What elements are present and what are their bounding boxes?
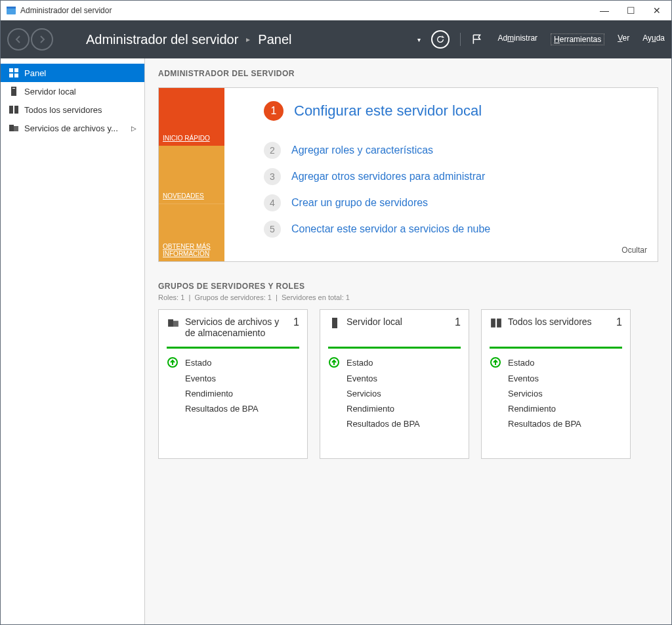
step-number: 1 [264,101,284,121]
menu-tools[interactable]: Herramientas [551,33,604,45]
menu-view[interactable]: Ver [618,33,629,45]
menu-help[interactable]: Ayuda [642,33,665,45]
welcome-heading: ADMINISTRADOR DEL SERVIDOR [158,69,658,78]
role-row-bpa[interactable]: Resultados de BPA [328,416,461,431]
groups-subheading: Roles: 1 | Grupos de servidores: 1 | Ser… [158,293,658,301]
svg-rect-7 [12,88,15,89]
role-row-status[interactable]: Estado [490,354,622,371]
svg-rect-12 [168,319,173,326]
step-add-roles[interactable]: 2 Agregar roles y características [264,142,638,159]
step-number: 4 [264,194,281,211]
server-multi-icon [490,316,503,330]
tile-learnmore[interactable]: OBTENER MÁS INFORMACIÓN [159,204,224,261]
svg-rect-15 [332,318,337,328]
tile-whatsnew[interactable]: NOVEDADES [159,146,224,204]
sidebar-item-file-services[interactable]: Servicios de archivos y... ▷ [1,119,144,137]
role-tile-local-server[interactable]: Servidor local 1 Estado Eventos Servicio… [320,309,469,459]
role-row-perf[interactable]: Rendimiento [328,401,461,416]
status-bar [490,347,622,349]
maximize-button[interactable]: ☐ [624,5,637,16]
sidebar-item-label: Panel [24,68,136,78]
role-title: Servidor local [346,316,450,328]
svg-rect-8 [9,106,13,114]
step-configure-server[interactable]: 1 Configurar este servidor local [264,101,638,121]
step-number: 3 [264,168,281,185]
role-row-events[interactable]: Eventos [328,371,461,386]
role-row-perf[interactable]: Rendimiento [490,401,622,416]
close-button[interactable]: ✕ [650,5,663,16]
sidebar-item-all-servers[interactable]: Todos los servidores [1,100,144,119]
nav-forward-button[interactable] [31,28,53,51]
role-row-events[interactable]: Eventos [490,371,622,386]
step-connect-cloud[interactable]: 5 Conectar este servidor a servicios de … [264,221,638,238]
svg-rect-11 [14,126,18,131]
step-link: Agregar otros servidores para administra… [291,171,485,183]
step-create-group[interactable]: 4 Crear un grupo de servidores [264,194,638,211]
nav-back-button[interactable] [7,28,30,51]
breadcrumb: Administrador del servidor ▸ Panel [86,32,291,47]
role-row-status[interactable]: Estado [328,354,461,371]
welcome-card: INICIO RÁPIDO NOVEDADES OBTENER MÁS INFO… [158,87,658,262]
role-row-services[interactable]: Servicios [328,386,461,401]
svg-rect-2 [9,68,13,72]
breadcrumb-page[interactable]: Panel [258,32,291,47]
step-link: Configurar este servidor local [294,102,482,119]
svg-rect-1 [7,7,16,9]
sidebar-item-label: Todos los servidores [24,105,136,115]
status-ok-icon [167,356,178,368]
hide-button[interactable]: Ocultar [621,246,647,255]
step-add-servers[interactable]: 3 Agregar otros servidores para administ… [264,168,638,185]
svg-rect-10 [9,125,14,131]
sidebar: Panel Servidor local Todos los servidore… [1,58,145,624]
step-number: 2 [264,142,281,159]
role-count: 1 [616,316,622,328]
refresh-button[interactable] [431,30,450,49]
role-count: 1 [455,316,461,328]
sidebar-item-label: Servidor local [24,87,136,97]
breadcrumb-dropdown[interactable]: ▾ [417,36,421,43]
app-icon [6,5,16,16]
status-ok-icon [490,356,501,368]
svg-rect-5 [14,74,18,77]
role-row-events[interactable]: Eventos [167,371,299,386]
window-titlebar: Administrador del servidor — ☐ ✕ [1,1,671,20]
divider [460,33,461,46]
svg-rect-4 [9,74,13,77]
role-row-status[interactable]: Estado [167,354,299,371]
role-row-bpa[interactable]: Resultados de BPA [490,416,622,431]
step-number: 5 [264,221,281,238]
svg-rect-17 [491,318,495,328]
server-single-icon [9,86,19,97]
role-title: Servicios de archivos y de almacenamient… [185,316,288,339]
role-row-perf[interactable]: Rendimiento [167,386,299,401]
status-bar [328,347,461,349]
chevron-right-icon: ▷ [131,125,136,132]
step-link: Conectar este servidor a servicios de nu… [291,223,490,235]
role-row-services[interactable]: Servicios [490,386,622,401]
svg-rect-13 [173,321,178,327]
role-title: Todos los servidores [508,316,611,328]
server-single-icon [328,316,341,330]
window-title: Administrador del servidor [20,6,598,15]
tile-quickstart[interactable]: INICIO RÁPIDO [159,88,224,146]
minimize-button[interactable]: — [598,5,611,16]
role-tile-all-servers[interactable]: Todos los servidores 1 Estado Eventos Se… [481,309,631,459]
notifications-flag-icon[interactable] [471,33,483,45]
breadcrumb-app[interactable]: Administrador del servidor [86,32,238,47]
menu-manage[interactable]: Administrar [497,33,537,45]
role-tile-file-services[interactable]: Servicios de archivos y de almacenamient… [158,309,308,459]
groups-heading: GRUPOS DE SERVIDORES Y ROLES [158,282,658,291]
role-row-bpa[interactable]: Resultados de BPA [167,401,299,416]
step-link: Agregar roles y características [291,144,433,156]
sidebar-item-local-server[interactable]: Servidor local [1,82,144,100]
svg-rect-3 [14,68,18,72]
content-area: ADMINISTRADOR DEL SERVIDOR INICIO RÁPIDO… [145,58,671,624]
chevron-right-icon: ▸ [246,35,250,44]
server-multi-icon [9,104,19,115]
svg-rect-18 [497,318,501,328]
files-icon [9,123,19,133]
sidebar-item-panel[interactable]: Panel [1,64,144,82]
dashboard-icon [9,68,19,78]
role-count: 1 [293,316,299,328]
files-icon [167,316,180,330]
